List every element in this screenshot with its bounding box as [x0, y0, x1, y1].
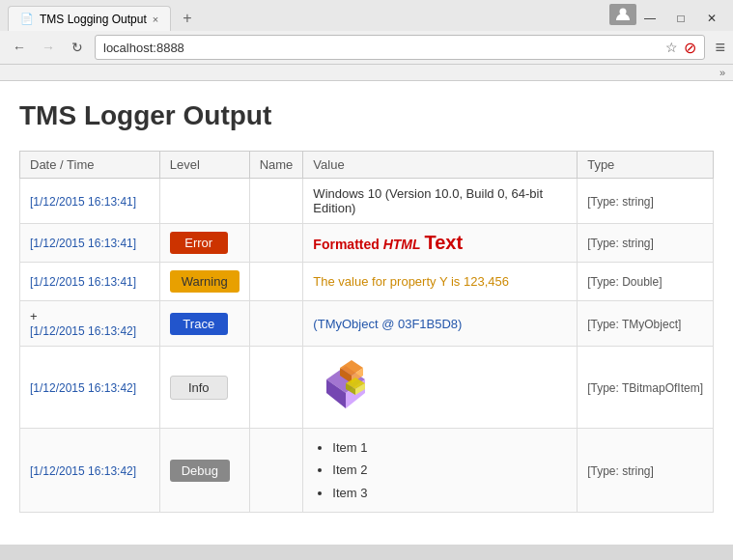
close-btn[interactable]: ✕	[698, 8, 725, 29]
row5-datetime: [1/12/2015 16:13:42]	[30, 381, 136, 395]
tab-page-icon: 📄	[20, 13, 34, 25]
row4-prefix: +	[30, 309, 38, 323]
minimize-btn[interactable]: —	[636, 8, 663, 29]
row1-type: [Type: string]	[587, 195, 654, 209]
back-btn[interactable]: ←	[8, 36, 31, 59]
row3-value: The value for property Y is 123,456	[313, 274, 509, 289]
page-content: TMS Logger Output Date / Time Level Name…	[0, 81, 733, 545]
row6-datetime: [1/12/2015 16:13:42]	[30, 464, 136, 478]
tab-close-btn[interactable]: ×	[153, 14, 158, 25]
col-header-type: Type	[578, 152, 714, 179]
row5-type: [Type: TBitmapOfItem]	[587, 381, 703, 395]
col-header-datetime: Date / Time	[20, 152, 160, 179]
maximize-btn[interactable]: □	[667, 8, 694, 29]
nav-bar: ← → ↻ localhost:8888 ☆ ⊘ ≡	[0, 31, 733, 65]
row4-value: (TMyObject @ 03F1B5D8)	[313, 317, 462, 331]
star-icon: ☆	[665, 40, 678, 55]
forward-btn[interactable]: →	[37, 36, 60, 59]
refresh-btn[interactable]: ↻	[66, 36, 89, 59]
row6-list: Item 1 Item 2 Item 3	[313, 436, 567, 504]
browser-tab[interactable]: 📄 TMS Logging Output ×	[8, 6, 171, 31]
table-row: [1/12/2015 16:13:41] Error Formatted HTM…	[20, 224, 714, 263]
table-row: [1/12/2015 16:13:42] Debug Item 1 Item 2…	[20, 429, 714, 513]
row2-datetime: [1/12/2015 16:13:41]	[30, 237, 136, 250]
page-title: TMS Logger Output	[19, 100, 714, 131]
table-row: [1/12/2015 16:13:42] Info	[20, 347, 714, 429]
row1-value: Windows 10 (Version 10.0, Build 0, 64-bi…	[313, 186, 543, 215]
row3-datetime: [1/12/2015 16:13:41]	[30, 275, 136, 289]
address-bar[interactable]: localhost:8888 ☆ ⊘	[95, 35, 705, 60]
table-row: + [1/12/2015 16:13:42] Trace (TMyObject …	[20, 301, 714, 347]
col-header-level: Level	[159, 152, 249, 179]
row4-datetime: [1/12/2015 16:13:42]	[30, 324, 136, 338]
list-item: Item 1	[332, 436, 567, 459]
col-header-value: Value	[303, 152, 578, 179]
row2-type: [Type: string]	[587, 237, 654, 250]
row2-value: Formatted HTML Text	[313, 237, 463, 252]
list-item: Item 2	[332, 459, 567, 481]
menu-icon[interactable]: ≡	[715, 38, 725, 58]
row6-level: Debug	[170, 460, 230, 482]
table-row: [1/12/2015 16:13:41] Warning The value f…	[20, 263, 714, 301]
table-row: [1/12/2015 16:13:41] Windows 10 (Version…	[20, 179, 714, 224]
stop-icon: ⊘	[684, 39, 696, 57]
tab-title: TMS Logging Output	[40, 13, 147, 26]
new-tab-btn[interactable]: +	[175, 6, 199, 31]
row6-type: [Type: string]	[587, 464, 654, 478]
row5-bitmap	[313, 354, 567, 420]
row1-datetime: [1/12/2015 16:13:41]	[30, 195, 136, 209]
address-text: localhost:8888	[103, 41, 660, 55]
row3-type: [Type: Double]	[587, 275, 662, 289]
toolbar-extra: »	[0, 65, 733, 80]
row4-type: [Type: TMyObject]	[587, 318, 681, 331]
log-table: Date / Time Level Name Value Type [1/12/…	[19, 151, 714, 513]
row5-level: Info	[170, 376, 228, 400]
col-header-name: Name	[249, 152, 303, 179]
row2-level: Error	[170, 232, 228, 254]
list-item: Item 3	[332, 482, 567, 504]
user-icon	[615, 7, 631, 22]
row4-level: Trace	[170, 313, 228, 335]
row3-level: Warning	[170, 270, 240, 293]
bitmap-svg	[317, 358, 375, 416]
